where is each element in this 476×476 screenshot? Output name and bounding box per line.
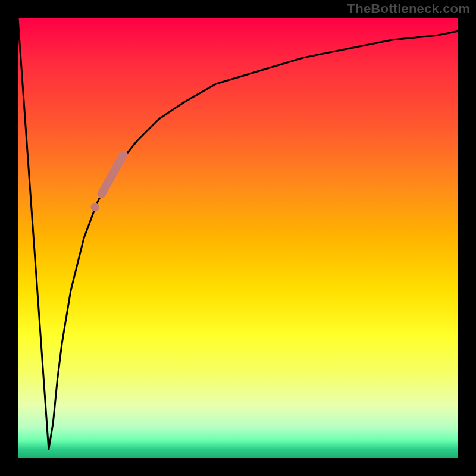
plot-area xyxy=(18,18,458,458)
watermark-text: TheBottleneck.com xyxy=(347,1,470,17)
curve-marker-segment xyxy=(102,154,124,194)
curve-overlay xyxy=(18,18,458,458)
bottleneck-curve xyxy=(18,18,458,449)
chart-frame: TheBottleneck.com xyxy=(0,0,476,476)
curve-marker-dot xyxy=(91,203,99,211)
